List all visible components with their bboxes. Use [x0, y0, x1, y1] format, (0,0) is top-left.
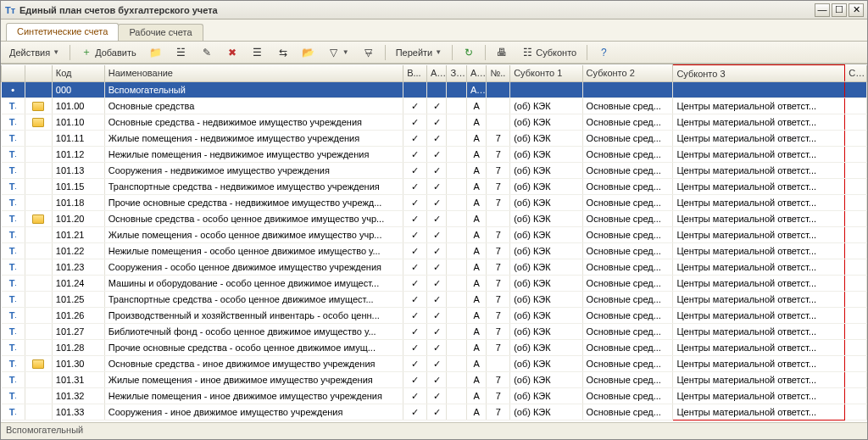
minimize-button[interactable]: —: [815, 3, 830, 17]
table-row[interactable]: T.101.26Производственный и хозяйственный…: [2, 308, 867, 324]
cell-a2: А: [466, 388, 486, 404]
col-a[interactable]: А...: [426, 65, 446, 82]
row-type-icon: T.: [7, 245, 19, 257]
cell-name: Прочие основные средства - особо ценное …: [104, 340, 403, 356]
table-row[interactable]: T.101.24Машины и оборудование - особо це…: [2, 276, 867, 292]
col-subkonto2[interactable]: Субконто 2: [582, 65, 673, 82]
row-type-icon: T.: [7, 293, 19, 305]
print-button[interactable]: 🖶: [491, 44, 513, 61]
table-row[interactable]: T.101.22Нежилые помещения - особо ценное…: [2, 243, 867, 259]
col-s[interactable]: С...: [845, 65, 867, 82]
refresh-button[interactable]: ↻: [458, 44, 480, 61]
edit-button[interactable]: ✎: [196, 44, 218, 61]
filter-button[interactable]: ▽ ▼: [323, 44, 354, 61]
cell-v: ✓: [403, 211, 427, 227]
hierarchy-button[interactable]: ⇆: [272, 44, 294, 61]
table-row[interactable]: T.101.15Транспортные средства - недвижим…: [2, 179, 867, 195]
cell-v: ✓: [403, 98, 427, 114]
copy-button[interactable]: ☱: [170, 44, 192, 61]
cell-s: [845, 308, 867, 324]
delete-button[interactable]: ✖: [221, 44, 243, 61]
col-folder[interactable]: [25, 65, 52, 82]
table-row[interactable]: T.101.23Сооружения - особо ценное движим…: [2, 259, 867, 276]
cell-n: 7: [487, 131, 510, 147]
help-button[interactable]: ?: [593, 44, 615, 61]
table-row[interactable]: T.101.33Сооружения - иное движимое имуще…: [2, 404, 867, 421]
col-a2[interactable]: А...: [466, 65, 486, 82]
table-row[interactable]: T.101.32Нежилые помещения - иное движимо…: [2, 388, 867, 404]
table-row[interactable]: •000ВспомогательныйАП: [2, 82, 867, 98]
col-name[interactable]: Наименование: [104, 65, 403, 82]
grid[interactable]: Код Наименование В... А... З... А... №..…: [1, 64, 867, 422]
col-subkonto1[interactable]: Субконто 1: [510, 65, 582, 82]
subkonto-button[interactable]: ☷ Субконто: [516, 44, 581, 61]
cell-z: [447, 179, 466, 195]
cell-icon: T.: [2, 147, 25, 163]
cell-v: ✓: [403, 147, 427, 163]
table-row[interactable]: T.101.00Основные средства✓✓А(об) КЭКОсно…: [2, 98, 867, 114]
cell-a2: А: [466, 131, 486, 147]
cell-subkonto3: Центры материальной ответст...: [673, 259, 845, 276]
row-type-icon: T.: [7, 374, 19, 386]
table-row[interactable]: T.101.12Нежилые помещения - недвижимое и…: [2, 147, 867, 163]
cell-code: 101.30: [52, 356, 104, 372]
cell-subkonto2: Основные сред...: [582, 227, 673, 243]
cell-subkonto3: Центры материальной ответст...: [673, 179, 845, 195]
table-row[interactable]: T.101.21Жилые помещения - особо ценное д…: [2, 227, 867, 243]
clear-filter-button[interactable]: ▽̶: [358, 44, 380, 61]
cell-folder: [25, 163, 52, 179]
move-button[interactable]: 📂: [298, 44, 320, 61]
table-row[interactable]: T.101.31Жилые помещения - иное движимое …: [2, 372, 867, 388]
actions-menu[interactable]: Действия ▼: [4, 44, 64, 61]
cell-subkonto1: (об) КЭК: [510, 131, 582, 147]
cell-v: ✓: [403, 179, 427, 195]
close-button[interactable]: ✕: [849, 3, 864, 17]
cell-subkonto1: (об) КЭК: [510, 259, 582, 276]
cell-icon: T.: [2, 179, 25, 195]
tab-working-accounts[interactable]: Рабочие счета: [118, 24, 203, 41]
table-row[interactable]: T.101.30Основные средства - иное движимо…: [2, 356, 867, 372]
window-title: Единый план счетов бухгалтерского учета: [19, 5, 811, 15]
cell-s: [845, 243, 867, 259]
tree-icon: ⇆: [277, 47, 289, 58]
cell-a2: А: [466, 372, 486, 388]
table-row[interactable]: T.101.25Транспортные средства - особо це…: [2, 292, 867, 308]
cell-icon: T.: [2, 388, 25, 404]
cell-v: ✓: [403, 292, 427, 308]
cell-subkonto3: Центры материальной ответст...: [673, 227, 845, 243]
cell-subkonto1: (об) КЭК: [510, 179, 582, 195]
table-row[interactable]: T.101.11Жилые помещения - недвижимое иму…: [2, 131, 867, 147]
add-button[interactable]: ＋ Добавить: [75, 44, 142, 61]
col-n[interactable]: №..: [487, 65, 510, 82]
col-subkonto3[interactable]: Субконто 3: [673, 65, 845, 82]
row-type-icon: T.: [7, 229, 19, 241]
go-menu[interactable]: Перейти ▼: [391, 44, 448, 61]
col-v[interactable]: В...: [403, 65, 427, 82]
tabstrip: Синтетические счета Рабочие счета: [1, 19, 867, 42]
cell-subkonto1: (об) КЭК: [510, 292, 582, 308]
add-folder-icon: 📁: [150, 47, 162, 58]
table-row[interactable]: T.101.10Основные средства - недвижимое и…: [2, 114, 867, 131]
add-folder-button[interactable]: 📁: [145, 44, 167, 61]
row-type-icon: T.: [7, 261, 19, 273]
cell-z: [447, 131, 466, 147]
col-icon[interactable]: [2, 65, 25, 82]
table-row[interactable]: T.101.27Библиотечный фонд - особо ценное…: [2, 324, 867, 340]
cell-v: ✓: [403, 308, 427, 324]
table-row[interactable]: T.101.18Прочие основные средства - недви…: [2, 195, 867, 211]
tab-synthetic-accounts[interactable]: Синтетические счета: [6, 23, 119, 41]
maximize-button[interactable]: ☐: [832, 3, 847, 17]
cell-subkonto3: Центры материальной ответст...: [673, 114, 845, 131]
cell-icon: T.: [2, 340, 25, 356]
cell-n: 7: [487, 388, 510, 404]
app-icon: Tт: [4, 4, 16, 16]
col-code[interactable]: Код: [52, 65, 104, 82]
table-row[interactable]: T.101.20Основные средства - особо ценное…: [2, 211, 867, 227]
cell-s: [845, 98, 867, 114]
statusbar: Вспомогательный: [1, 422, 867, 439]
col-z[interactable]: З...: [447, 65, 466, 82]
table-row[interactable]: T.101.13Сооружения - недвижимое имуществ…: [2, 163, 867, 179]
list-view-button[interactable]: ☰: [247, 44, 269, 61]
cell-s: [845, 195, 867, 211]
table-row[interactable]: T.101.28Прочие основные средства - особо…: [2, 340, 867, 356]
